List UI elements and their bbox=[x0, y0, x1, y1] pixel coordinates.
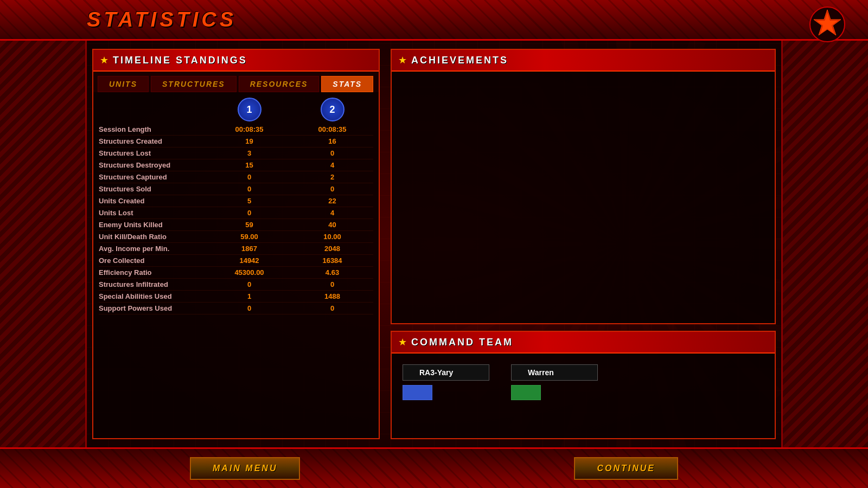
player1-indicator: 1 bbox=[238, 98, 261, 121]
stat-value-p2: 22 bbox=[291, 197, 373, 205]
timeline-star-icon: ★ bbox=[100, 54, 108, 66]
command-star-icon: ★ bbox=[398, 336, 407, 348]
table-row: Units Created522 bbox=[99, 195, 373, 207]
table-row: Structures Infiltrated00 bbox=[99, 279, 373, 291]
stat-label: Structures Infiltrated bbox=[99, 280, 207, 288]
achievements-empty bbox=[392, 72, 775, 323]
stat-label: Units Lost bbox=[99, 209, 207, 217]
table-row: Structures Created1916 bbox=[99, 136, 373, 147]
star-logo-icon bbox=[808, 5, 846, 43]
stat-value-p2: 4.63 bbox=[291, 268, 373, 277]
stat-label: Unit Kill/Death Ratio bbox=[99, 233, 207, 241]
stat-value-p2: 4 bbox=[291, 161, 373, 169]
commander2-color bbox=[511, 385, 541, 400]
right-side-stripe bbox=[781, 41, 868, 447]
stat-value-p2: 1488 bbox=[291, 292, 373, 300]
table-row: Special Abilities Used11488 bbox=[99, 291, 373, 303]
stat-value-p1: 0 bbox=[208, 304, 290, 312]
achievements-star-icon: ★ bbox=[398, 54, 407, 66]
player2-indicator: 2 bbox=[321, 98, 344, 121]
stat-value-p1: 0 bbox=[208, 173, 290, 181]
stat-value-p1: 45300.00 bbox=[208, 268, 290, 277]
stat-value-p1: 0 bbox=[208, 280, 290, 288]
stat-value-p1: 5 bbox=[208, 197, 290, 205]
stat-value-p1: 1867 bbox=[208, 245, 290, 253]
timeline-header: ★ TIMELINE STANDINGS bbox=[93, 50, 379, 72]
table-row: Structures Destroyed154 bbox=[99, 159, 373, 171]
commander-card-1: RA3-Yary bbox=[403, 364, 489, 400]
table-row: Avg. Income per Min.18672048 bbox=[99, 243, 373, 255]
continue-button[interactable]: CONTINUE bbox=[574, 457, 678, 480]
stat-value-p2: 0 bbox=[291, 304, 373, 312]
table-row: Units Lost04 bbox=[99, 207, 373, 219]
stat-label: Session Length bbox=[99, 125, 207, 133]
achievements-panel: ★ ACHIEVEMENTS bbox=[391, 49, 776, 324]
stat-value-p1: 59 bbox=[208, 221, 290, 229]
stat-value-p1: 1 bbox=[208, 292, 290, 300]
stat-value-p2: 0 bbox=[291, 185, 373, 193]
command-title: COMMAND TEAM bbox=[411, 337, 513, 348]
commander2-name: Warren bbox=[511, 364, 598, 381]
stat-label: Units Created bbox=[99, 197, 207, 205]
tab-stats[interactable]: STATS bbox=[321, 76, 373, 92]
stat-value-p2: 0 bbox=[291, 280, 373, 288]
stat-label: Structures Created bbox=[99, 137, 207, 145]
achievements-title: ACHIEVEMENTS bbox=[411, 55, 508, 66]
stat-label: Structures Sold bbox=[99, 185, 207, 193]
table-row: Efficiency Ratio45300.004.63 bbox=[99, 267, 373, 279]
timeline-title: TIMELINE STANDINGS bbox=[113, 55, 247, 66]
stat-value-p2: 2 bbox=[291, 173, 373, 181]
stat-value-p2: 0 bbox=[291, 149, 373, 157]
table-row: Structures Sold00 bbox=[99, 183, 373, 195]
page-title: STATISTICS bbox=[87, 8, 237, 31]
stat-value-p1: 14942 bbox=[208, 256, 290, 265]
commander1-color bbox=[403, 385, 432, 400]
tab-structures[interactable]: Structures bbox=[151, 76, 237, 92]
table-row: Session Length00:08:3500:08:35 bbox=[99, 124, 373, 136]
achievements-header: ★ ACHIEVEMENTS bbox=[392, 50, 775, 72]
commander-card-2: Warren bbox=[511, 364, 598, 400]
stat-value-p2: 40 bbox=[291, 221, 373, 229]
stat-value-p2: 2048 bbox=[291, 245, 373, 253]
bottom-bar: MAIN MENU CONTINUE bbox=[0, 447, 868, 488]
tab-resources[interactable]: Resources bbox=[239, 76, 320, 92]
command-team-panel: ★ COMMAND TEAM RA3-Yary Warren bbox=[391, 331, 776, 439]
main-menu-button[interactable]: MAIN MENU bbox=[190, 457, 300, 480]
stat-value-p2: 4 bbox=[291, 209, 373, 217]
stat-label: Efficiency Ratio bbox=[99, 268, 207, 277]
stat-value-p2: 16 bbox=[291, 137, 373, 145]
header-bar: STATISTICS bbox=[0, 0, 868, 41]
player-columns-header: 1 2 bbox=[99, 98, 373, 121]
timeline-standings-panel: ★ TIMELINE STANDINGS Units Structures Re… bbox=[92, 49, 380, 439]
table-row: Support Powers Used00 bbox=[99, 303, 373, 314]
stat-value-p1: 0 bbox=[208, 209, 290, 217]
command-header: ★ COMMAND TEAM bbox=[392, 332, 775, 354]
commander1-name: RA3-Yary bbox=[403, 364, 489, 381]
stat-label: Structures Destroyed bbox=[99, 161, 207, 169]
stat-label: Enemy Units Killed bbox=[99, 221, 207, 229]
label-spacer bbox=[99, 98, 207, 121]
tab-units[interactable]: Units bbox=[98, 76, 149, 92]
stat-value-p1: 59.00 bbox=[208, 233, 290, 241]
stat-value-p2: 10.00 bbox=[291, 233, 373, 241]
stat-value-p2: 00:08:35 bbox=[291, 125, 373, 133]
content-area: ★ TIMELINE STANDINGS Units Structures Re… bbox=[92, 43, 776, 445]
table-row: Structures Lost30 bbox=[99, 147, 373, 159]
command-content: RA3-Yary Warren bbox=[392, 354, 775, 438]
table-row: Unit Kill/Death Ratio59.0010.00 bbox=[99, 231, 373, 243]
stat-value-p1: 19 bbox=[208, 137, 290, 145]
tabs-row: Units Structures Resources STATS bbox=[93, 72, 379, 92]
stat-label: Support Powers Used bbox=[99, 304, 207, 312]
stat-label: Ore Collected bbox=[99, 256, 207, 265]
left-side-stripe bbox=[0, 41, 87, 447]
stats-rows: Session Length00:08:3500:08:35Structures… bbox=[99, 124, 373, 314]
table-row: Enemy Units Killed5940 bbox=[99, 219, 373, 231]
table-row: Structures Captured02 bbox=[99, 171, 373, 183]
table-row: Ore Collected1494216384 bbox=[99, 255, 373, 267]
stat-value-p1: 15 bbox=[208, 161, 290, 169]
right-panel: ★ ACHIEVEMENTS ★ COMMAND TEAM RA3-Yary W… bbox=[391, 49, 776, 439]
stat-label: Structures Captured bbox=[99, 173, 207, 181]
stat-value-p1: 0 bbox=[208, 185, 290, 193]
stats-container: 1 2 Session Length00:08:3500:08:35Struct… bbox=[93, 92, 379, 438]
stat-label: Special Abilities Used bbox=[99, 292, 207, 300]
